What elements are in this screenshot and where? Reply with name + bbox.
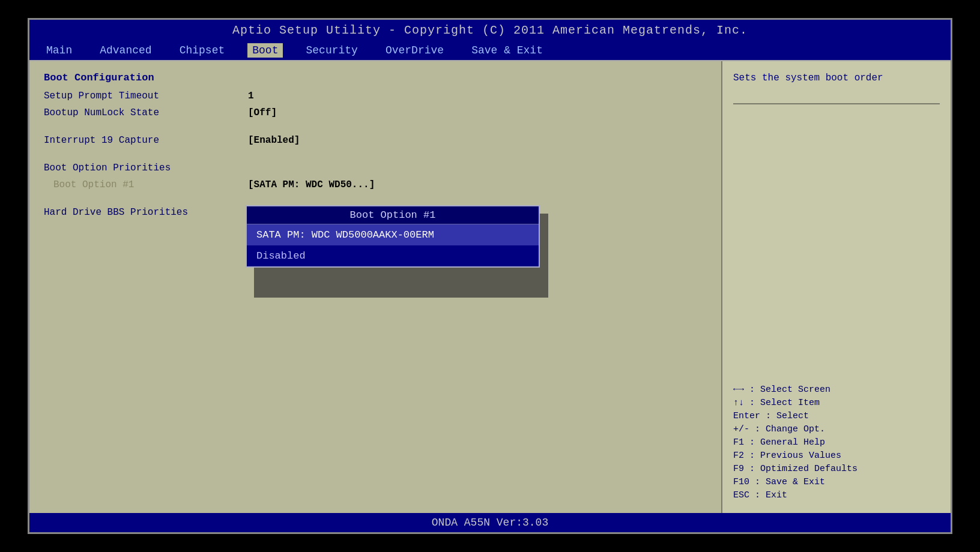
value-timeout: 1	[248, 91, 254, 101]
title-text: Aptio Setup Utility - Copyright (C) 2011…	[232, 23, 748, 37]
key-desc-change: : Change Opt.	[755, 424, 825, 434]
key-row-f10: F10 : Save & Exit	[733, 477, 940, 487]
key-row-screen: ←→ : Select Screen	[733, 385, 940, 395]
key-desc-f10: : Save & Exit	[755, 477, 825, 487]
status-text: ONDA A55N Ver:3.03	[432, 517, 548, 529]
title-bar: Aptio Setup Utility - Copyright (C) 2011…	[29, 20, 951, 41]
key-row-f9: F9 : Optimized Defaults	[733, 464, 940, 474]
key-plusminus: +/-	[733, 424, 749, 434]
bios-screen: Aptio Setup Utility - Copyright (C) 2011…	[28, 18, 952, 534]
help-text: Sets the system boot order	[733, 71, 940, 85]
main-area: Boot Configuration Setup Prompt Timeout …	[29, 61, 951, 513]
nav-main[interactable]: Main	[41, 43, 77, 58]
nav-overdrive[interactable]: OverDrive	[381, 43, 449, 58]
popup-option-sata[interactable]: SATA PM: WDC WD5000AAKX-00ERM	[247, 224, 539, 245]
label-boot-priorities: Boot Option Priorities	[44, 163, 248, 173]
key-f10: F10	[733, 477, 749, 487]
key-help: ←→ : Select Screen ↑↓ : Select Item Ente…	[733, 385, 940, 503]
key-desc-f1: : General Help	[749, 437, 825, 448]
key-row-esc: ESC : Exit	[733, 490, 940, 500]
key-row-change: +/- : Change Opt.	[733, 424, 940, 434]
key-enter: Enter	[733, 411, 760, 421]
key-row-f2: F2 : Previous Values	[733, 451, 940, 461]
key-arrows-ud: ↑↓	[733, 398, 744, 408]
value-numlock: [Off]	[248, 107, 277, 118]
setting-row-timeout: Setup Prompt Timeout 1	[44, 91, 707, 101]
left-panel: Boot Configuration Setup Prompt Timeout …	[29, 61, 722, 513]
value-interrupt: [Enabled]	[248, 135, 300, 146]
key-desc-esc: : Exit	[755, 490, 787, 500]
label-numlock: Bootup NumLock State	[44, 107, 248, 118]
setting-row-numlock: Bootup NumLock State [Off]	[44, 107, 707, 118]
setting-row-boot-option1[interactable]: Boot Option #1 [SATA PM: WDC WD50...]	[44, 179, 707, 190]
nav-security[interactable]: Security	[301, 43, 362, 58]
key-desc-f9: : Optimized Defaults	[749, 464, 858, 474]
section-label: Boot Configuration	[44, 72, 707, 83]
popup-option-disabled[interactable]: Disabled	[247, 245, 539, 266]
key-desc-item: : Select Item	[749, 398, 820, 408]
key-esc: ESC	[733, 490, 749, 500]
label-hdd-bbs: Hard Drive BBS Priorities	[44, 207, 248, 218]
key-desc-f2: : Previous Values	[749, 451, 841, 461]
nav-advanced[interactable]: Advanced	[95, 43, 156, 58]
divider	[733, 103, 940, 104]
key-arrows-lr: ←→	[733, 385, 744, 395]
key-desc-screen: : Select Screen	[749, 385, 830, 395]
label-boot-option1: Boot Option #1	[44, 179, 248, 190]
nav-boot[interactable]: Boot	[247, 43, 283, 58]
key-row-item: ↑↓ : Select Item	[733, 398, 940, 408]
setting-row-interrupt: Interrupt 19 Capture [Enabled]	[44, 135, 707, 146]
setting-row-boot-priorities: Boot Option Priorities	[44, 163, 707, 173]
value-boot-option1: [SATA PM: WDC WD50...]	[248, 179, 375, 190]
label-timeout: Setup Prompt Timeout	[44, 91, 248, 101]
popup-box: Boot Option #1 SATA PM: WDC WD5000AAKX-0…	[246, 205, 540, 268]
key-row-enter: Enter : Select	[733, 411, 940, 421]
nav-chipset[interactable]: Chipset	[175, 43, 230, 58]
popup-title: Boot Option #1	[247, 206, 539, 224]
right-panel: Sets the system boot order ←→ : Select S…	[722, 61, 951, 513]
status-bar: ONDA A55N Ver:3.03	[29, 513, 951, 532]
key-f1: F1	[733, 437, 744, 448]
key-desc-enter: : Select	[766, 411, 809, 421]
key-f9: F9	[733, 464, 744, 474]
key-row-f1: F1 : General Help	[733, 437, 940, 448]
key-f2: F2	[733, 451, 744, 461]
popup-overlay: Boot Option #1 SATA PM: WDC WD5000AAKX-0…	[246, 205, 540, 268]
nav-save-exit[interactable]: Save & Exit	[467, 43, 548, 58]
label-interrupt: Interrupt 19 Capture	[44, 135, 248, 146]
nav-bar: Main Advanced Chipset Boot Security Over…	[29, 41, 951, 61]
